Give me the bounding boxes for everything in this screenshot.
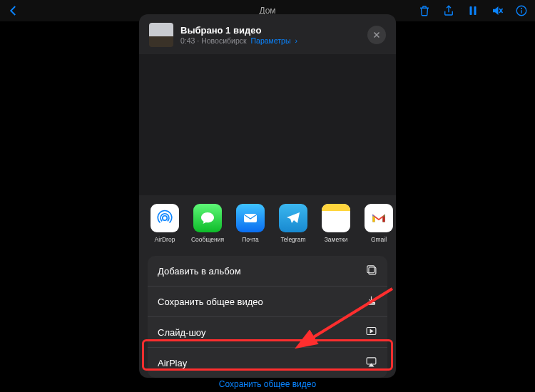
svg-rect-1 — [474, 6, 477, 15]
mail-icon — [236, 204, 265, 232]
pause-icon[interactable] — [467, 4, 479, 17]
trash-icon[interactable] — [418, 4, 431, 17]
app-telegram[interactable]: Telegram — [277, 204, 309, 243]
chevron-right-icon: › — [295, 36, 297, 45]
bottom-save-link[interactable]: Сохранить общее видео — [0, 379, 535, 389]
sheet-body — [139, 54, 396, 195]
sheet-title: Выбрано 1 видео — [180, 25, 297, 36]
action-list: Добавить в альбом Сохранить общее видео … — [148, 256, 387, 378]
album-icon — [365, 264, 377, 278]
share-icon[interactable] — [442, 4, 455, 17]
action-save-shared-video[interactable]: Сохранить общее видео — [148, 287, 387, 317]
app-messages[interactable]: Сообщения — [192, 204, 223, 243]
mute-icon[interactable] — [491, 4, 504, 17]
svg-point-9 — [163, 216, 168, 221]
options-link[interactable]: Параметры — [251, 36, 291, 45]
action-airplay[interactable]: AirPlay — [148, 348, 387, 378]
svg-rect-12 — [369, 267, 376, 274]
video-thumbnail — [149, 23, 173, 47]
telegram-icon — [279, 204, 307, 232]
svg-rect-11 — [367, 266, 374, 273]
app-mail[interactable]: Почта — [235, 204, 266, 243]
svg-point-6 — [521, 9, 522, 9]
share-sheet: Выбрано 1 видео 0:43 · Новосибирск Парам… — [139, 14, 396, 378]
svg-rect-0 — [470, 6, 472, 15]
app-notes[interactable]: Заметки — [320, 204, 352, 243]
app-airdrop[interactable]: AirDrop — [149, 204, 180, 243]
download-icon — [365, 294, 377, 309]
action-slideshow[interactable]: Слайд-шоу — [148, 317, 387, 348]
svg-rect-10 — [244, 214, 257, 222]
play-rect-icon — [365, 325, 377, 339]
sheet-header: Выбрано 1 видео 0:43 · Новосибирск Парам… — [139, 14, 396, 54]
info-icon[interactable] — [515, 4, 528, 17]
airdrop-icon — [151, 204, 179, 232]
share-apps-row[interactable]: AirDrop Сообщения Почта Telegram Заметки — [139, 195, 396, 249]
close-button[interactable] — [367, 26, 386, 44]
app-gmail[interactable]: Gmail — [363, 204, 394, 243]
airplay-icon — [365, 356, 377, 370]
back-icon[interactable] — [7, 4, 20, 17]
messages-icon — [193, 204, 222, 232]
sheet-subtitle: 0:43 · Новосибирск Параметры › — [180, 36, 297, 45]
notes-icon — [322, 204, 350, 232]
action-add-to-album[interactable]: Добавить в альбом — [148, 256, 387, 287]
gmail-icon — [365, 204, 393, 232]
